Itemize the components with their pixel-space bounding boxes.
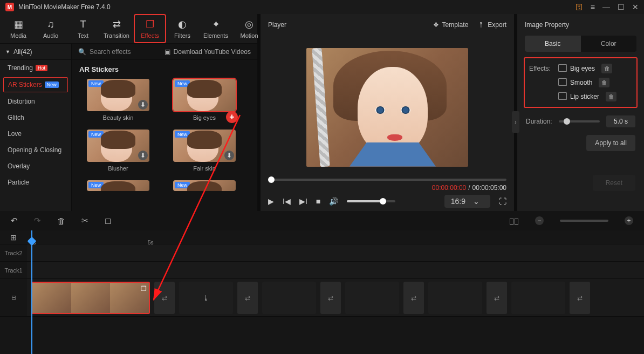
category-ar-stickers[interactable]: AR StickersNew	[3, 77, 68, 92]
key-icon[interactable]: ⚿	[576, 3, 583, 11]
undo-button[interactable]: ↶	[11, 216, 18, 226]
new-badge: New	[175, 182, 190, 188]
effect-thumb[interactable]: New	[79, 180, 157, 191]
download-youtube-link[interactable]: ▣Download YouTube Videos	[165, 48, 251, 56]
category-glitch[interactable]: Glitch	[0, 110, 71, 126]
playhead[interactable]	[31, 230, 32, 354]
category-opening-closing[interactable]: Opening & Closing	[0, 142, 71, 158]
add-effect-icon[interactable]: +	[226, 111, 238, 123]
effect-thumb-big-eyes[interactable]: New+Big eyes	[166, 79, 243, 121]
hot-badge: Hot	[36, 65, 47, 71]
duration-value[interactable]: 5.0 s	[606, 115, 635, 127]
tab-label: Elements	[203, 32, 228, 39]
effect-thumb-fair-skin[interactable]: New⬇Fair skin	[166, 130, 243, 172]
category-trending[interactable]: TrendingHot	[0, 60, 71, 76]
close-button[interactable]: ✕	[632, 3, 639, 11]
panel-collapse-button[interactable]: ›	[512, 111, 519, 133]
play-button[interactable]: ▶	[268, 197, 274, 206]
effect-thumb[interactable]: New	[166, 180, 243, 191]
delete-effect-button[interactable]: 🗑	[601, 64, 612, 73]
volume-icon[interactable]: 🔊	[329, 197, 338, 206]
prev-frame-button[interactable]: I◀	[283, 197, 291, 206]
effect-item-lip-sticker[interactable]: Lip sticker	[559, 93, 599, 100]
reset-button[interactable]: Reset	[593, 175, 635, 191]
delete-effect-button[interactable]: 🗑	[599, 78, 609, 87]
effect-item-big-eyes[interactable]: Big eyes	[559, 65, 595, 72]
effect-thumb-blusher[interactable]: New⬇Blusher	[79, 130, 157, 172]
category-label: Love	[8, 130, 22, 138]
app-title: MiniTool MovieMaker Free 7.4.0	[18, 3, 571, 11]
video-track[interactable]: ⊟ ❐ ⇄ ⭳ ⇄ ⇄ ⇄ ⇄ ⇄	[0, 279, 644, 317]
zoom-slider[interactable]	[560, 220, 608, 222]
add-track-button[interactable]: ⊞	[0, 233, 27, 242]
thumb-name: Big eyes	[193, 114, 216, 121]
tab-label: Filters	[174, 32, 190, 39]
empty-slot[interactable]	[511, 282, 565, 314]
player-panel: Player ❖Template ⭱Export 00:00:00:00 / 0…	[261, 14, 514, 211]
effects-gallery: 🔍Search effects ▣Download YouTube Videos…	[72, 44, 257, 211]
track-1[interactable]: Track1	[0, 262, 644, 279]
prop-tab-basic[interactable]: Basic	[525, 36, 581, 52]
fullscreen-button[interactable]: ⛶	[499, 197, 506, 206]
transition-slot[interactable]: ⇄	[320, 282, 341, 314]
split-button[interactable]: ✂	[81, 216, 88, 226]
duration-slider[interactable]	[559, 120, 600, 122]
apply-to-all-button[interactable]: Apply to all	[586, 135, 635, 151]
tab-filters[interactable]: ◐Filters	[166, 15, 198, 42]
crop-button[interactable]: ◻	[105, 216, 111, 226]
minimize-button[interactable]: —	[602, 3, 610, 11]
delete-button[interactable]: 🗑	[57, 216, 65, 226]
category-distortion[interactable]: Distortion	[0, 93, 71, 110]
track-2[interactable]: Track2	[0, 244, 644, 262]
applied-effects-box: Effects: Big eyes 🗑 Smooth 🗑 Lip sticker…	[524, 57, 638, 108]
volume-slider[interactable]	[347, 200, 395, 202]
effect-thumb-beauty-skin[interactable]: New⬇Beauty skin	[79, 79, 157, 121]
category-particle[interactable]: Particle	[0, 174, 71, 190]
category-overlay[interactable]: Overlay	[0, 158, 71, 174]
maximize-button[interactable]: ☐	[618, 3, 625, 11]
delete-effect-button[interactable]: 🗑	[606, 92, 616, 101]
download-icon[interactable]: ⬇	[224, 151, 234, 160]
empty-slot[interactable]	[262, 282, 316, 314]
transition-slot[interactable]: ⇄	[570, 282, 590, 314]
transition-slot[interactable]: ⇄	[487, 282, 507, 314]
category-love[interactable]: Love	[0, 126, 71, 142]
empty-slot[interactable]: ⭳	[179, 282, 233, 314]
category-all[interactable]: All(42)	[0, 44, 71, 60]
stop-button[interactable]: ■	[316, 197, 320, 206]
template-button[interactable]: ❖Template	[433, 21, 469, 29]
effect-name: Big eyes	[570, 65, 595, 72]
search-effects[interactable]: 🔍Search effects	[78, 48, 131, 56]
empty-slot[interactable]	[428, 282, 482, 314]
tab-effects[interactable]: ❐Effects	[134, 14, 166, 43]
track-label: Track1	[0, 267, 27, 274]
tab-elements[interactable]: ✦Elements	[198, 15, 233, 42]
transition-slot[interactable]: ⇄	[237, 282, 258, 314]
menu-icon[interactable]: ≡	[591, 3, 595, 11]
export-button[interactable]: ⭱Export	[478, 21, 506, 29]
transition-slot[interactable]: ⇄	[403, 282, 424, 314]
tab-media[interactable]: ▦Media	[2, 15, 35, 42]
download-icon[interactable]: ⬇	[138, 100, 148, 110]
redo-button[interactable]: ↷	[34, 216, 41, 226]
tab-text[interactable]: TText	[67, 16, 99, 42]
next-frame-button[interactable]: ▶I	[299, 197, 307, 206]
prop-tab-color[interactable]: Color	[581, 36, 637, 52]
empty-slot[interactable]	[345, 282, 399, 314]
new-badge: New	[88, 131, 104, 138]
tab-label: Text	[78, 32, 88, 39]
tab-audio[interactable]: ♫Audio	[35, 16, 67, 42]
transition-slot[interactable]: ⇄	[154, 282, 175, 314]
download-label: Download YouTube Videos	[174, 48, 251, 56]
scrubber[interactable]	[268, 179, 506, 181]
zoom-in-button[interactable]: +	[625, 216, 633, 225]
video-clip[interactable]: ❐	[31, 282, 150, 314]
tab-transition[interactable]: ⇄Transition	[99, 15, 134, 42]
aspect-ratio-select[interactable]: 16:9⌄	[444, 195, 490, 208]
thumb-name: Fair skin	[193, 165, 216, 172]
timeline-toolbar: ↶ ↷ 🗑 ✂ ◻ ⌷⌷ − +	[0, 211, 644, 230]
download-icon[interactable]: ⬇	[138, 151, 148, 160]
zoom-out-button[interactable]: −	[535, 216, 544, 225]
fit-button[interactable]: ⌷⌷	[509, 216, 519, 226]
effect-item-smooth[interactable]: Smooth	[559, 79, 592, 86]
